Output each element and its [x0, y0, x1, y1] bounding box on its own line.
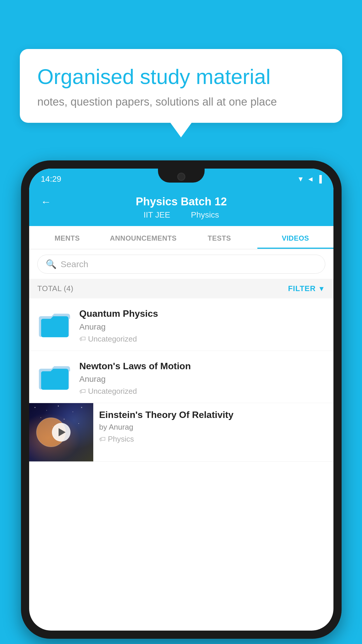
phone-screen: 14:29 ▼ ◄ ▐ ← Physics Batch 12 IIT JEE P… [29, 169, 333, 631]
search-bar[interactable]: 🔍 Search [37, 255, 325, 274]
bubble-title: Organised study material [37, 64, 325, 89]
wifi-icon: ▼ [297, 175, 304, 183]
folder-thumb-quantum [37, 307, 72, 339]
total-count: TOTAL (4) [37, 284, 73, 293]
tag-separator [178, 210, 183, 219]
header-row: ← Physics Batch 12 [41, 195, 322, 208]
list-item[interactable]: Newton's Laws of Motion Anurag 🏷 Uncateg… [29, 351, 333, 403]
filter-label: FILTER [288, 284, 316, 293]
signal-icon: ◄ [307, 175, 314, 183]
filter-bar: TOTAL (4) FILTER ▼ [29, 279, 333, 298]
status-icons: ▼ ◄ ▐ [297, 175, 322, 183]
svg-point-12 [78, 423, 79, 424]
folder-thumb-newton [37, 359, 72, 391]
play-icon [59, 428, 66, 436]
header-title: Physics Batch 12 [136, 195, 227, 208]
tab-announcements[interactable]: ANNOUNCEMENTS [105, 226, 181, 249]
search-input[interactable]: Search [61, 259, 88, 269]
filter-icon: ▼ [318, 285, 325, 293]
tabs-bar: MENTS ANNOUNCEMENTS TESTS VIDEOS [29, 226, 333, 249]
tag-icon: 🏷 [79, 335, 86, 343]
video-title: Quantum Physics [79, 308, 325, 320]
video-thumbnail-einstein [29, 403, 93, 461]
status-time: 14:29 [41, 174, 61, 184]
video-author: Anurag [79, 322, 325, 332]
notch [158, 169, 205, 183]
tag-physics: Physics [191, 210, 219, 219]
tag-label: Physics [108, 435, 134, 444]
video-info-newton: Newton's Laws of Motion Anurag 🏷 Uncateg… [79, 359, 325, 396]
tab-videos[interactable]: VIDEOS [257, 226, 333, 249]
search-icon: 🔍 [46, 259, 57, 269]
video-tag: 🏷 Uncategorized [79, 387, 325, 396]
speech-bubble: Organised study material notes, question… [20, 49, 342, 123]
svg-point-10 [64, 419, 65, 420]
tag-label: Uncategorized [88, 335, 137, 344]
tag-icon: 🏷 [99, 435, 106, 443]
svg-point-4 [35, 407, 36, 408]
list-item[interactable]: Quantum Physics Anurag 🏷 Uncategorized [29, 298, 333, 351]
tab-ments[interactable]: MENTS [29, 226, 105, 249]
video-tag: 🏷 Physics [99, 435, 327, 444]
video-info-quantum: Quantum Physics Anurag 🏷 Uncategorized [79, 307, 325, 344]
camera-icon [177, 173, 185, 181]
tag-label: Uncategorized [88, 387, 137, 396]
phone-frame-wrapper: 14:29 ▼ ◄ ▐ ← Physics Batch 12 IIT JEE P… [21, 160, 342, 639]
tab-tests[interactable]: TESTS [181, 226, 257, 249]
tag-icon: 🏷 [79, 388, 86, 395]
app-header: ← Physics Batch 12 IIT JEE Physics [29, 190, 333, 226]
back-button[interactable]: ← [41, 196, 51, 208]
svg-rect-1 [41, 319, 68, 337]
video-list: Quantum Physics Anurag 🏷 Uncategorized [29, 298, 333, 462]
video-title: Einstein's Theory Of Relativity [99, 410, 327, 420]
phone-frame: 14:29 ▼ ◄ ▐ ← Physics Batch 12 IIT JEE P… [21, 160, 342, 639]
svg-point-6 [58, 406, 59, 407]
svg-point-8 [81, 407, 82, 408]
svg-point-9 [41, 417, 41, 418]
list-item[interactable]: Einstein's Theory Of Relativity by Anura… [29, 403, 333, 462]
play-button[interactable] [52, 423, 71, 442]
bubble-subtitle: notes, question papers, solutions all at… [37, 96, 325, 108]
video-author: by Anurag [99, 423, 327, 432]
tag-iit: IIT JEE [144, 210, 170, 219]
filter-button[interactable]: FILTER ▼ [288, 284, 325, 293]
video-title: Newton's Laws of Motion [79, 360, 325, 372]
video-author: Anurag [79, 374, 325, 384]
status-bar: 14:29 ▼ ◄ ▐ [29, 169, 333, 190]
battery-icon: ▐ [317, 175, 322, 183]
video-tag: 🏷 Uncategorized [79, 335, 325, 344]
svg-rect-3 [41, 371, 68, 390]
video-info-einstein: Einstein's Theory Of Relativity by Anura… [93, 403, 333, 449]
svg-point-7 [73, 412, 73, 412]
header-subtags: IIT JEE Physics [141, 210, 222, 220]
svg-point-5 [46, 410, 47, 411]
search-container: 🔍 Search [29, 249, 333, 279]
